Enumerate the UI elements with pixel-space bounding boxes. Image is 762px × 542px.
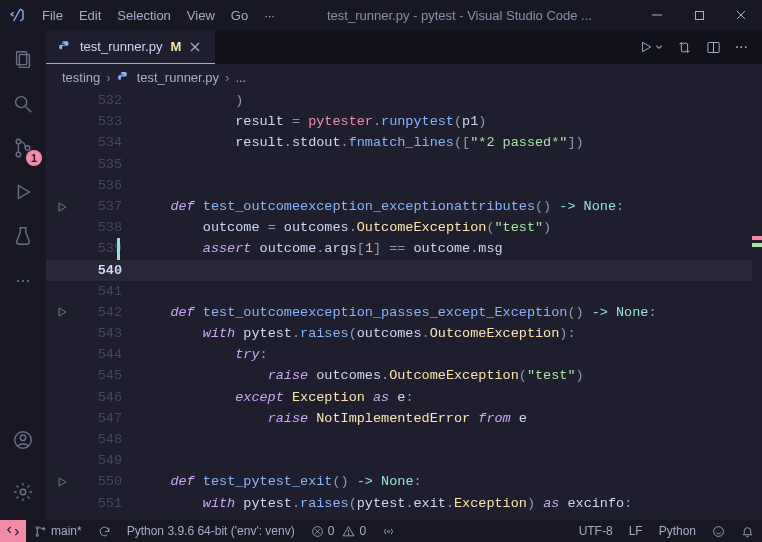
activity-explorer[interactable]: [0, 38, 46, 82]
live-share-button[interactable]: [374, 520, 403, 542]
line-number: 532: [78, 90, 138, 111]
svg-point-9: [16, 152, 21, 157]
tab-label: test_runner.py: [80, 39, 162, 54]
code-line[interactable]: 548: [46, 429, 762, 450]
run-file-button[interactable]: [639, 40, 663, 54]
code-editor[interactable]: 532 )533 result = pytester.runpytest(p1)…: [46, 90, 762, 520]
activity-testing[interactable]: [0, 214, 46, 258]
code-line[interactable]: 541: [46, 281, 762, 302]
menu-view[interactable]: View: [179, 4, 223, 27]
window-close-button[interactable]: [720, 0, 762, 30]
code-line[interactable]: 536: [46, 175, 762, 196]
chevron-right-icon: ›: [225, 70, 229, 85]
code-line[interactable]: 537 def test_outcomeexception_exceptiona…: [46, 196, 762, 217]
editor-toolbar: ···: [625, 30, 762, 64]
window-maximize-button[interactable]: [678, 0, 720, 30]
activity-settings[interactable]: [0, 470, 46, 514]
code-line[interactable]: 534 result.stdout.fnmatch_lines(["*2 pas…: [46, 132, 762, 153]
line-number: 540: [78, 260, 138, 281]
menu-overflow[interactable]: ···: [256, 4, 283, 27]
line-number: 541: [78, 281, 138, 302]
code-line[interactable]: 543 with pytest.raises(outcomes.OutcomeE…: [46, 323, 762, 344]
interpreter-button[interactable]: Python 3.9.6 64-bit ('env': venv): [119, 520, 303, 542]
svg-marker-22: [59, 478, 66, 486]
branch-button[interactable]: main*: [26, 520, 90, 542]
activity-run-debug[interactable]: [0, 170, 46, 214]
branch-name: main*: [51, 524, 82, 538]
gutter-spacer: [46, 493, 78, 514]
code-line[interactable]: 542 def test_outcomeexception_passes_exc…: [46, 302, 762, 323]
compare-changes-button[interactable]: [677, 40, 692, 55]
code-content: def test_outcomeexception_passes_except_…: [138, 302, 762, 323]
code-line[interactable]: 549: [46, 450, 762, 471]
code-line[interactable]: 538 outcome = outcomes.OutcomeException(…: [46, 217, 762, 238]
minimap-mark: [752, 243, 762, 247]
sync-icon: [98, 525, 111, 538]
line-number: 545: [78, 365, 138, 386]
activity-source-control[interactable]: 1: [0, 126, 46, 170]
problems-button[interactable]: 0 0: [303, 520, 374, 542]
status-bar: main* Python 3.9.6 64-bit ('env': venv) …: [0, 520, 762, 542]
tab-active[interactable]: test_runner.py M: [46, 30, 215, 64]
menu-selection[interactable]: Selection: [109, 4, 178, 27]
run-test-gutter-icon[interactable]: [46, 302, 78, 323]
error-icon: [311, 525, 324, 538]
minimap[interactable]: [752, 90, 762, 520]
svg-point-32: [714, 526, 724, 536]
code-content: [138, 429, 762, 450]
code-line[interactable]: 535: [46, 154, 762, 175]
run-test-gutter-icon[interactable]: [46, 471, 78, 492]
code-line[interactable]: 551 with pytest.raises(pytest.exit.Excep…: [46, 493, 762, 514]
remote-button[interactable]: [0, 520, 26, 542]
git-branch-icon: [34, 525, 47, 538]
code-line[interactable]: 550 def test_pytest_exit() -> None:: [46, 471, 762, 492]
code-content: [138, 260, 762, 281]
language-button[interactable]: Python: [651, 520, 704, 542]
svg-rect-1: [695, 11, 703, 19]
split-editor-button[interactable]: [706, 40, 721, 55]
python-file-icon: [58, 40, 72, 54]
eol-button[interactable]: LF: [621, 520, 651, 542]
activity-more[interactable]: ···: [0, 258, 46, 302]
menu-file[interactable]: File: [34, 4, 71, 27]
sync-button[interactable]: [90, 520, 119, 542]
code-line[interactable]: 546 except Exception as e:: [46, 387, 762, 408]
code-content: outcome = outcomes.OutcomeException("tes…: [138, 217, 762, 238]
tab-close-button[interactable]: [189, 41, 203, 53]
gutter-spacer: [46, 408, 78, 429]
gutter-spacer: [46, 260, 78, 281]
code-content: [138, 281, 762, 302]
code-line[interactable]: 533 result = pytester.runpytest(p1): [46, 111, 762, 132]
run-test-gutter-icon[interactable]: [46, 196, 78, 217]
svg-marker-21: [59, 308, 66, 316]
code-content: [138, 175, 762, 196]
gutter-spacer: [46, 450, 78, 471]
line-number: 533: [78, 111, 138, 132]
code-line[interactable]: 547 raise NotImplementedError from e: [46, 408, 762, 429]
breadcrumb-file[interactable]: test_runner.py: [137, 70, 219, 85]
error-count: 0: [328, 524, 335, 538]
editor-more-button[interactable]: ···: [735, 38, 748, 56]
breadcrumb-folder[interactable]: testing: [62, 70, 100, 85]
code-line[interactable]: 532 ): [46, 90, 762, 111]
code-content: result.stdout.fnmatch_lines(["*2 passed*…: [138, 132, 762, 153]
encoding-button[interactable]: UTF-8: [571, 520, 621, 542]
feedback-button[interactable]: [704, 520, 733, 542]
activity-accounts[interactable]: [0, 418, 46, 462]
notifications-button[interactable]: [733, 520, 762, 542]
code-line[interactable]: 545 raise outcomes.OutcomeException("tes…: [46, 365, 762, 386]
editor-area: test_runner.py M ···: [46, 30, 762, 520]
code-line[interactable]: 539 assert outcome.args[1] == outcome.ms…: [46, 238, 762, 259]
breadcrumb-trail[interactable]: ...: [235, 70, 246, 85]
code-content: assert outcome.args[1] == outcome.msg: [138, 238, 762, 259]
window-minimize-button[interactable]: [636, 0, 678, 30]
menu-go[interactable]: Go: [223, 4, 256, 27]
activity-search[interactable]: [0, 82, 46, 126]
bell-icon: [741, 525, 754, 538]
code-line[interactable]: 544 try:: [46, 344, 762, 365]
line-number: 539: [78, 238, 138, 259]
menu-edit[interactable]: Edit: [71, 4, 109, 27]
code-line[interactable]: 540: [46, 260, 762, 281]
breadcrumbs[interactable]: testing › test_runner.py › ...: [46, 64, 762, 90]
line-number: 549: [78, 450, 138, 471]
